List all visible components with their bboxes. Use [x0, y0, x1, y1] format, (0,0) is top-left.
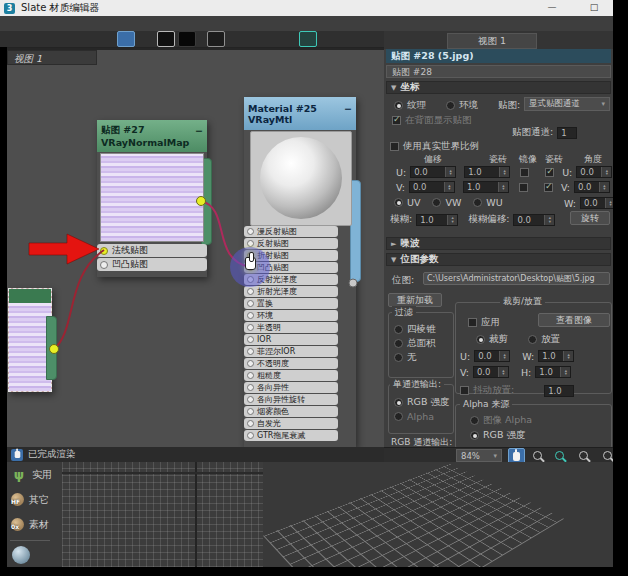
node-slot[interactable]: 法线贴图: [97, 244, 207, 257]
show-maps-in-viewport-icon[interactable]: [138, 32, 154, 46]
sidebar-tab[interactable]: HF 其它: [7, 487, 62, 512]
parameter-editor-icon[interactable]: [299, 31, 317, 47]
zoom-extents-icon[interactable]: [576, 448, 591, 462]
material-list-icon[interactable]: [280, 32, 296, 46]
zoom-region-icon[interactable]: [552, 448, 567, 462]
node-slot[interactable]: 各向异性旋转: [244, 394, 338, 405]
v-mirror-checkbox[interactable]: [519, 183, 528, 192]
select-tool-icon[interactable]: [6, 32, 22, 46]
pick-from-library-icon[interactable]: [63, 32, 79, 46]
view-image-button[interactable]: 查看图像: [538, 313, 610, 327]
rollout-noise[interactable]: ► 噪波: [386, 237, 611, 250]
rollout-bitmap-params[interactable]: ▼ 位图参数: [386, 253, 611, 266]
delete-selected-icon[interactable]: [90, 32, 106, 46]
place-radio[interactable]: 放置: [528, 333, 560, 346]
filter-option-radio[interactable]: 四棱锥: [394, 322, 436, 336]
node-slot[interactable]: 反射光泽度: [244, 274, 338, 285]
collapse-button[interactable]: −: [344, 103, 352, 114]
u-offset-field[interactable]: 0.0: [410, 166, 456, 178]
node-slot[interactable]: 各向异性: [244, 382, 338, 393]
slot-dot-icon[interactable]: [247, 408, 254, 415]
v-angle-field[interactable]: 0.0: [574, 181, 610, 193]
reload-button[interactable]: 重新加载: [388, 293, 442, 307]
node-slot[interactable]: 折射光泽度: [244, 286, 338, 297]
slot-dot-icon[interactable]: [247, 372, 254, 379]
rotate-button[interactable]: 旋转: [570, 211, 610, 225]
node-slot[interactable]: 凹凸贴图: [244, 262, 338, 273]
zoom-level-dropdown[interactable]: 84%: [456, 449, 502, 462]
sidebar-sphere-icon[interactable]: [12, 546, 30, 564]
crop-w-field[interactable]: 1.0: [538, 350, 574, 362]
perspective-viewport[interactable]: [263, 462, 613, 567]
maximize-button[interactable]: □: [583, 1, 605, 14]
slot-dot-icon[interactable]: [100, 247, 108, 255]
environment-radio[interactable]: 环境: [446, 99, 478, 112]
wu-radio[interactable]: [473, 198, 482, 207]
u-tile-checkbox[interactable]: [545, 168, 554, 177]
node-slot[interactable]: 菲涅尔IOR: [244, 346, 338, 357]
front-viewport-grid[interactable]: [62, 462, 263, 567]
pick-eyedropper-icon[interactable]: [25, 32, 41, 46]
node-slot[interactable]: 烟雾颜色: [244, 406, 338, 417]
slot-dot-icon[interactable]: [247, 396, 254, 403]
panel-view-tab[interactable]: 视图 1: [447, 33, 537, 49]
alpha-rgb-radio[interactable]: RGB 强度: [470, 429, 526, 442]
filter-option-radio[interactable]: 无: [394, 350, 436, 364]
slot-dot-icon[interactable]: [247, 324, 254, 331]
map-channel-field[interactable]: 1: [557, 127, 577, 139]
blur-offset-field[interactable]: 0.0: [513, 214, 555, 226]
layout-all-icon[interactable]: [207, 31, 225, 47]
filter-option-radio[interactable]: 总面积: [394, 336, 436, 350]
node-slot[interactable]: 漫反射贴图: [244, 226, 338, 237]
minimize-button[interactable]: —: [541, 1, 563, 14]
vw-radio[interactable]: [432, 198, 441, 207]
mono-rgb-radio[interactable]: RGB 强度: [394, 396, 450, 409]
v-tiling-field[interactable]: 1.0: [463, 181, 509, 193]
select-by-material-icon[interactable]: [328, 32, 344, 46]
crop-h-field[interactable]: 1.0: [535, 366, 571, 378]
show-shaded-material-icon[interactable]: [117, 31, 135, 47]
texture-radio[interactable]: 纹理: [394, 99, 426, 112]
node-output-tab[interactable]: [46, 316, 57, 380]
node-slot[interactable]: IOR: [244, 334, 338, 345]
jitter-checkbox[interactable]: 抖动放置: 1.0: [460, 384, 574, 397]
apply-checkbox[interactable]: 应用: [468, 316, 500, 329]
node-slot[interactable]: 粗糙度: [244, 370, 338, 381]
slot-dot-icon[interactable]: [247, 240, 254, 247]
node-header[interactable]: [9, 289, 51, 303]
v-tile-checkbox[interactable]: [544, 183, 553, 192]
slot-dot-icon[interactable]: [247, 312, 254, 319]
crop-radio[interactable]: 裁剪: [476, 333, 508, 346]
slot-dot-icon[interactable]: [247, 300, 254, 307]
slot-dot-icon[interactable]: [247, 276, 254, 283]
node-slot[interactable]: 置换: [244, 298, 338, 309]
slot-dot-icon[interactable]: [247, 348, 254, 355]
node-material-25[interactable]: Material #25 − VRayMtl 漫反射贴图反射贴图折射贴图凹凸贴图…: [244, 97, 356, 447]
node-slot[interactable]: 环境: [244, 310, 338, 321]
node-view-tab[interactable]: 视图 1: [7, 50, 97, 65]
node-map-27[interactable]: 贴图 #27 − VRayNormalMap 法线贴图凹凸贴图: [97, 120, 207, 277]
slot-dot-icon[interactable]: [247, 336, 254, 343]
show-color-swatch-icon[interactable]: [178, 31, 196, 47]
blur-field[interactable]: 1.0: [416, 214, 458, 226]
show-background-icon[interactable]: [157, 31, 175, 47]
alpha-image-radio[interactable]: 图像 Alpha: [470, 414, 532, 427]
slot-dot-icon[interactable]: [247, 288, 254, 295]
collapse-button[interactable]: −: [195, 125, 203, 136]
mono-alpha-radio[interactable]: Alpha: [394, 411, 434, 422]
u-tiling-field[interactable]: 1.0: [464, 166, 510, 178]
v-offset-field[interactable]: 0.0: [409, 181, 455, 193]
node-header[interactable]: 贴图 #27 − VRayNormalMap: [97, 120, 207, 152]
map-selector-dropdown[interactable]: 贴图 #28: [386, 65, 611, 78]
node-slot[interactable]: 不透明度: [244, 358, 338, 369]
mapping-mode-dropdown[interactable]: 显式贴图通道: [524, 97, 610, 111]
pick-from-object-icon[interactable]: [44, 32, 60, 46]
real-world-checkbox[interactable]: 使用真实世界比例: [390, 140, 479, 153]
sidebar-tab[interactable]: 实用: [7, 462, 62, 487]
zoom-icon[interactable]: [530, 448, 545, 462]
slot-dot-icon[interactable]: [247, 432, 254, 439]
slot-dot-icon[interactable]: [247, 420, 254, 427]
rollout-coordinates[interactable]: ▼ 坐标: [386, 81, 611, 94]
u-mirror-checkbox[interactable]: [520, 168, 529, 177]
node-slot[interactable]: 折射贴图: [244, 250, 338, 261]
